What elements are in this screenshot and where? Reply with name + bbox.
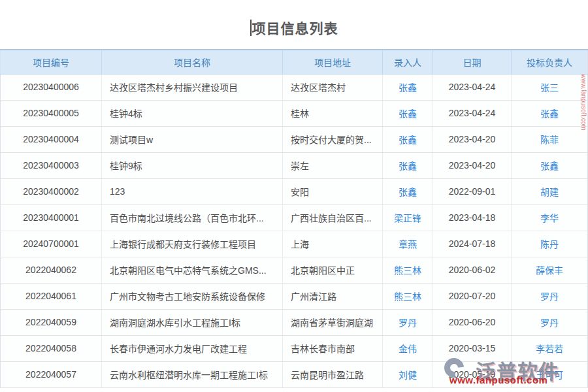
entry_by-link[interactable]: 刘健 — [399, 370, 417, 380]
cell-address: 崇左 — [283, 152, 383, 178]
cell-code: 2022040058 — [1, 335, 102, 361]
cell-address: 吉林长春市南部 — [283, 335, 383, 361]
page-title: 项目信息列表 — [252, 18, 338, 37]
cell-code: 20230400005 — [1, 100, 102, 126]
cell-entry_by: 熊三林 — [383, 283, 433, 309]
column-header-name: 项目名称 — [102, 50, 283, 74]
table-row: 2022040057云南水利枢纽潜明水库一期工程施工I标云南昆明市盈江路刘健20… — [1, 361, 588, 387]
entry_by-link[interactable]: 章燕 — [399, 239, 417, 250]
bid_manager-link[interactable]: 张三 — [540, 82, 559, 93]
cell-name: 123 — [102, 178, 283, 204]
cell-name: 湖南洞庭湖水库引水工程施工I标 — [102, 309, 283, 335]
entry_by-link[interactable]: 张鑫 — [399, 187, 417, 197]
entry_by-link[interactable]: 张鑫 — [399, 82, 417, 93]
cell-address: 云南昆明市盈江路 — [283, 361, 383, 387]
cell-address: 湖南省茅草街洞庭湖 — [283, 309, 383, 335]
entry_by-link[interactable]: 张鑫 — [399, 161, 417, 171]
cell-name: 云南水利枢纽潜明水库一期工程施工I标 — [102, 361, 283, 387]
project-info-table: 项目编号项目名称项目地址录入人日期投标负责人 20230400006达孜区塔杰村… — [0, 49, 588, 388]
cell-date: 2023-04-20 — [433, 126, 512, 152]
bid_manager-link[interactable]: 张鑫 — [540, 108, 559, 119]
cell-address: 广州清江路 — [283, 283, 383, 309]
table-row: 20230400004测试项目w按时交付大厦的贺...张鑫2023-04-20陈… — [1, 126, 588, 152]
cell-code: 20230400003 — [1, 152, 102, 178]
cell-bid_manager: 罗丹 — [512, 283, 588, 309]
text-cursor — [250, 20, 252, 36]
cell-entry_by: 罗丹 — [383, 309, 433, 335]
table-row: 20230400001百色市南北过境线公路（百色市北环...广西壮族自治区百..… — [1, 204, 588, 231]
table-row: 20230400003桂钟9标崇左张鑫2023-04-20张鑫 — [1, 152, 588, 178]
bid_manager-link[interactable]: 陈丹 — [540, 239, 559, 250]
table-row: 2022040058长春市伊通河水力发电厂改建工程吉林长春市南部金伟2020-0… — [1, 335, 588, 361]
cell-bid_manager: 张三 — [512, 74, 588, 100]
cell-entry_by: 张鑫 — [383, 74, 433, 100]
cell-entry_by: 刘健 — [383, 361, 433, 387]
table-row: 20240700001上海银行成都天府支行装修工程项目上海章燕2024-07-1… — [1, 231, 588, 257]
cell-address: 北京朝阳区中正 — [283, 257, 383, 283]
column-header-date: 日期 — [433, 50, 512, 74]
entry_by-link[interactable]: 罗丹 — [399, 318, 417, 328]
cell-date: 2020-05-19 — [433, 361, 512, 387]
cell-name: 北京朝阳区电气中芯特气系统之GMS... — [102, 257, 283, 283]
cell-code: 2022040061 — [1, 283, 102, 309]
cell-code: 20230400001 — [1, 204, 102, 231]
entry_by-link[interactable]: 金伟 — [399, 344, 417, 354]
column-header-code: 项目编号 — [1, 50, 102, 74]
cell-name: 长春市伊通河水力发电厂改建工程 — [102, 335, 283, 361]
cell-entry_by: 张鑫 — [383, 152, 433, 178]
cell-address: 广西壮族自治区百... — [283, 204, 383, 231]
cell-entry_by: 梁正锋 — [383, 204, 433, 231]
cell-entry_by: 金伟 — [383, 335, 433, 361]
cell-date: 2020-06-20 — [433, 309, 512, 335]
cell-bid_manager: 李华 — [512, 204, 588, 231]
table-header-row: 项目编号项目名称项目地址录入人日期投标负责人 — [1, 50, 588, 74]
cell-bid_manager: 胡建 — [512, 178, 588, 204]
bid_manager-link[interactable]: 陈菲 — [540, 135, 559, 145]
cell-address: 按时交付大厦的贺... — [283, 126, 383, 152]
cell-date: 2020-03-15 — [433, 335, 512, 361]
table-header: 项目编号项目名称项目地址录入人日期投标负责人 — [1, 50, 588, 74]
cell-date: 2023-04-24 — [433, 74, 512, 100]
cell-bid_manager: 张鑫 — [512, 100, 588, 126]
bid_manager-link[interactable]: 李若若 — [536, 344, 563, 354]
cell-bid_manager: 陈丹 — [512, 231, 588, 257]
entry_by-link[interactable]: 梁正锋 — [394, 213, 421, 223]
table-row: 20230400005桂钟4标桂林张鑫2023-04-24张鑫 — [1, 100, 588, 126]
table-row: 2022040059湖南洞庭湖水库引水工程施工I标湖南省茅草街洞庭湖罗丹2020… — [1, 309, 588, 335]
table-row: 2022040062北京朝阳区电气中芯特气系统之GMS...北京朝阳区中正熊三林… — [1, 257, 588, 283]
cell-name: 达孜区塔杰村乡村振兴建设项目 — [102, 74, 283, 100]
cell-date: 2022-09-01 — [433, 178, 512, 204]
cell-bid_manager: 张鑫 — [512, 152, 588, 178]
cell-name: 广州市文物考古工地安防系统设备保修 — [102, 283, 283, 309]
cell-date: 2024-07-18 — [433, 231, 512, 257]
cell-code: 20230400002 — [1, 178, 102, 204]
bid_manager-link[interactable]: 胡建 — [540, 187, 559, 197]
cell-entry_by: 章燕 — [383, 231, 433, 257]
entry_by-link[interactable]: 张鑫 — [399, 108, 417, 119]
cell-name: 测试项目w — [102, 126, 283, 152]
cell-code: 20240700001 — [1, 231, 102, 257]
entry_by-link[interactable]: 熊三林 — [394, 265, 421, 276]
page-title-bar: 项目信息列表 — [0, 0, 588, 49]
cell-entry_by: 熊三林 — [383, 257, 433, 283]
bid_manager-link[interactable]: 张鑫 — [540, 161, 559, 171]
cell-name: 百色市南北过境线公路（百色市北环... — [102, 204, 283, 231]
bid_manager-link[interactable]: 薛保丰 — [536, 265, 563, 276]
cell-address: 桂林 — [283, 100, 383, 126]
bid_manager-link[interactable]: 李华 — [540, 213, 559, 223]
cell-code: 2022040059 — [1, 309, 102, 335]
bid_manager-link[interactable]: 王可可 — [536, 370, 563, 380]
cell-code: 20230400006 — [1, 74, 102, 100]
entry_by-link[interactable]: 熊三林 — [394, 291, 421, 302]
cell-bid_manager: 王可可 — [512, 361, 588, 387]
cell-date: 2023-04-18 — [433, 204, 512, 231]
cell-bid_manager: 陈菲 — [512, 126, 588, 152]
bid_manager-link[interactable]: 罗丹 — [540, 318, 559, 328]
cell-date: 2020-06-02 — [433, 257, 512, 283]
bid_manager-link[interactable]: 罗丹 — [540, 291, 559, 302]
entry_by-link[interactable]: 张鑫 — [399, 135, 417, 145]
cell-code: 2022040057 — [1, 361, 102, 387]
cell-name: 桂钟4标 — [102, 100, 283, 126]
cell-date: 2020-07-20 — [433, 283, 512, 309]
table-body: 20230400006达孜区塔杰村乡村振兴建设项目达孜区塔杰村张鑫2023-04… — [1, 74, 588, 387]
